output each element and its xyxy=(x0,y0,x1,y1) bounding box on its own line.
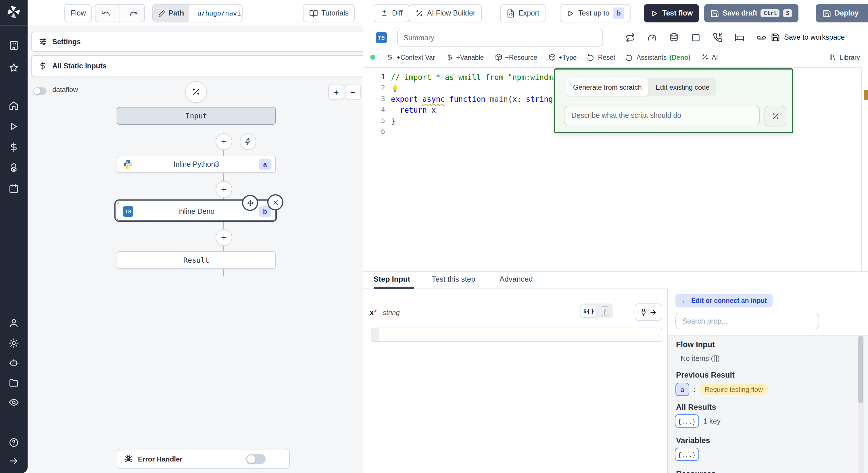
ai-flow-builder-button[interactable]: AI Flow Builder xyxy=(409,4,482,23)
reset-icon xyxy=(626,54,634,61)
node-inline-python3[interactable]: Inline Python3 a xyxy=(117,156,276,173)
error-handler-toggle[interactable] xyxy=(246,454,266,464)
diff-button[interactable]: Diff xyxy=(374,4,409,23)
all-static-inputs-label: All Static Inputs xyxy=(52,62,106,70)
tutorials-button[interactable]: Tutorials xyxy=(303,4,355,23)
save-icon xyxy=(823,9,831,18)
object-expand-badge[interactable]: {...} xyxy=(675,448,699,461)
search-prop-input[interactable] xyxy=(676,313,819,329)
ai-popup-tabs: Generate from scratch Edit existing code xyxy=(566,78,716,96)
flow-type-button[interactable]: Flow xyxy=(64,4,92,23)
undo-redo-group xyxy=(95,4,145,23)
schedules-icon[interactable] xyxy=(9,183,19,194)
zoom-in-button[interactable]: + xyxy=(328,84,344,100)
add-step-button[interactable] xyxy=(216,133,232,150)
function-mode-button[interactable]: f xyxy=(597,305,612,317)
node-result[interactable]: Result xyxy=(117,251,276,269)
action-label: +Variable xyxy=(456,54,484,61)
scrollbar-thumb[interactable] xyxy=(858,336,863,404)
favorites-icon[interactable] xyxy=(9,63,19,73)
retry-icon[interactable] xyxy=(625,33,635,42)
play-icon xyxy=(650,9,659,18)
variables-icon[interactable] xyxy=(9,142,19,152)
diff-label: Diff xyxy=(392,9,403,17)
tab-step-input[interactable]: Step Input xyxy=(374,275,410,283)
expand-icon[interactable] xyxy=(9,456,19,466)
workspace-icon[interactable] xyxy=(9,40,19,51)
tab-edit-existing-code[interactable]: Edit existing code xyxy=(649,78,716,96)
input-mode-toggle: ${} f xyxy=(580,304,613,318)
path-label: Path xyxy=(168,9,184,17)
save-to-workspace-button[interactable]: Save to workspace xyxy=(771,33,845,42)
help-icon[interactable] xyxy=(9,437,19,448)
summary-input[interactable] xyxy=(397,29,603,46)
all-static-inputs-card[interactable]: All Static Inputs xyxy=(31,55,374,76)
edit-path-button[interactable]: Path xyxy=(153,5,189,22)
flow-settings-card[interactable]: Settings xyxy=(31,32,374,52)
ai-prompt-input[interactable] xyxy=(564,106,760,125)
settings-label: Settings xyxy=(52,38,81,46)
action-assistants[interactable]: Assistants(Deno) xyxy=(626,54,691,61)
action-label: +Context Var xyxy=(397,54,435,61)
prev-result-badge[interactable]: a xyxy=(676,383,689,396)
test-up-to-label: Test up to xyxy=(578,9,609,17)
tab-advanced[interactable]: Advanced xyxy=(499,275,533,283)
move-node-button[interactable] xyxy=(242,195,258,211)
folders-icon[interactable] xyxy=(9,377,19,388)
ai-builder-circle-button[interactable] xyxy=(185,81,207,103)
library-button[interactable]: Library xyxy=(829,54,860,61)
dataflow-toggle[interactable] xyxy=(33,87,46,95)
concurrency-icon[interactable] xyxy=(647,33,657,42)
action--resource[interactable]: +Resource xyxy=(495,54,537,61)
trigger-button[interactable] xyxy=(240,133,256,150)
lightbulb-icon[interactable]: 💡 xyxy=(391,85,399,93)
test-flow-button[interactable]: Test flow xyxy=(644,4,699,23)
field-type: string xyxy=(383,309,400,317)
editor-actions-row: +Context Var+Variable+Resource+TypeReset… xyxy=(370,54,718,61)
delete-node-button[interactable] xyxy=(267,194,283,210)
action--variable[interactable]: +Variable xyxy=(446,54,484,61)
user-icon[interactable] xyxy=(9,318,19,328)
runs-icon[interactable] xyxy=(9,121,19,132)
export-button[interactable]: Export xyxy=(500,4,546,23)
template-mode-button[interactable]: ${} xyxy=(581,305,596,317)
deploy-button[interactable]: Deploy xyxy=(816,5,865,22)
node-input[interactable]: Input xyxy=(117,107,276,125)
home-icon[interactable] xyxy=(9,101,19,111)
resources-icon[interactable] xyxy=(9,163,19,173)
undo-button[interactable] xyxy=(95,5,116,22)
assistants-lang-label: (Deno) xyxy=(670,54,690,61)
action-ai[interactable]: AI xyxy=(701,54,718,61)
wand-icon xyxy=(701,54,709,61)
tab-generate-from-scratch[interactable]: Generate from scratch xyxy=(566,78,649,96)
redo-button[interactable] xyxy=(124,5,144,22)
cache-icon[interactable] xyxy=(669,33,679,42)
connect-input-button[interactable] xyxy=(634,304,662,321)
test-up-to-button[interactable]: Test up to b xyxy=(560,4,630,23)
action-reset[interactable]: Reset xyxy=(588,54,615,61)
suspend-icon[interactable] xyxy=(713,33,722,42)
ai-generate-button[interactable] xyxy=(765,106,786,126)
zoom-out-button[interactable]: − xyxy=(345,84,361,100)
assistant-icon[interactable] xyxy=(9,357,19,368)
audit-icon[interactable] xyxy=(9,397,19,408)
tab-test-this-step[interactable]: Test this step xyxy=(432,275,475,283)
action--type[interactable]: +Type xyxy=(548,54,577,61)
field-x-input[interactable] xyxy=(379,328,662,341)
object-expand-badge[interactable]: {...} xyxy=(675,414,699,428)
add-step-button[interactable] xyxy=(216,229,232,246)
edit-or-connect-button[interactable]: ← Edit or connect an input xyxy=(676,294,773,308)
error-handler-card[interactable]: Error Handler xyxy=(117,449,290,469)
early-stop-icon[interactable] xyxy=(691,33,701,42)
save-draft-button[interactable]: Save draft Ctrl S xyxy=(704,4,799,23)
sleep-icon[interactable] xyxy=(735,33,744,42)
settings-icon[interactable] xyxy=(9,338,19,348)
add-step-button[interactable] xyxy=(216,181,232,198)
path-input[interactable] xyxy=(192,9,243,17)
windmill-logo-icon[interactable] xyxy=(6,5,21,20)
node-deno-label: Inline Deno xyxy=(178,207,215,215)
scrollbar-track[interactable] xyxy=(858,336,864,473)
action--context-var[interactable]: +Context Var xyxy=(386,54,435,61)
pencil-icon xyxy=(158,9,165,17)
mock-icon[interactable] xyxy=(756,33,766,42)
